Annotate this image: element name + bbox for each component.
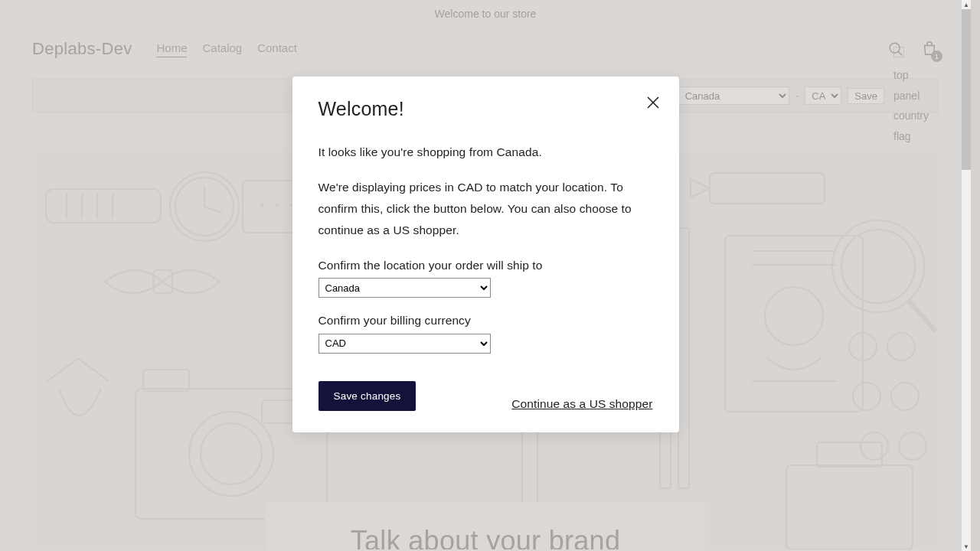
welcome-modal: Welcome! It looks like you're shopping f… — [292, 77, 679, 432]
continue-us-shopper-link[interactable]: Continue as a US shopper — [511, 397, 652, 411]
ship-to-select[interactable]: Canada — [318, 278, 491, 298]
modal-description: We're displaying prices in CAD to match … — [318, 177, 653, 241]
scroll-up-arrow-icon[interactable]: ▲ — [962, 0, 971, 9]
modal-title: Welcome! — [318, 98, 653, 120]
billing-currency-select[interactable]: CAD — [318, 334, 491, 354]
ship-to-label: Confirm the location your order will shi… — [318, 255, 653, 277]
page-root: Welcome to our store Deplabs-Dev Home Ca… — [0, 0, 971, 551]
vertical-scrollbar[interactable]: ▲ ▼ — [962, 0, 971, 551]
scroll-down-arrow-icon[interactable]: ▼ — [962, 542, 971, 551]
modal-actions: Save changes Continue as a US shopper — [318, 381, 653, 411]
modal-detected-location: It looks like you're shopping from Canad… — [318, 142, 653, 163]
scrollbar-thumb[interactable] — [962, 9, 971, 170]
save-changes-button[interactable]: Save changes — [318, 381, 416, 411]
close-icon[interactable] — [644, 93, 662, 112]
modal-overlay[interactable]: Welcome! It looks like you're shopping f… — [0, 0, 971, 551]
billing-currency-label: Confirm your billing currency — [318, 310, 653, 332]
